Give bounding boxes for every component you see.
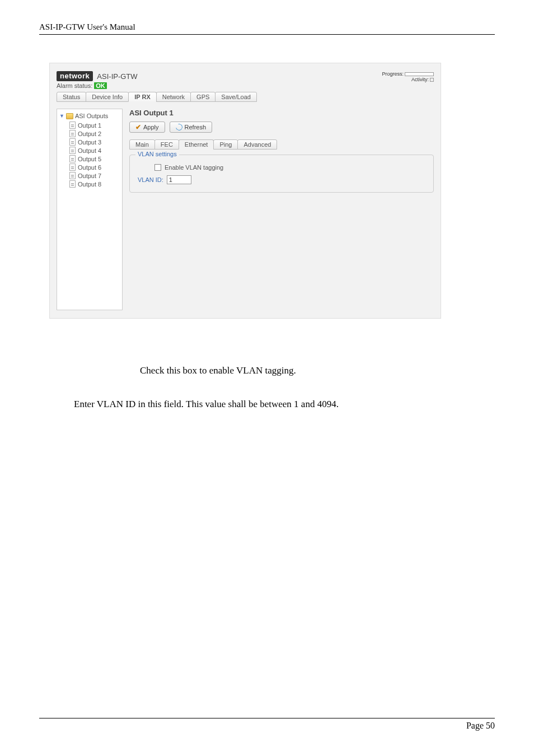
sidebar-item-label: Output 2 [78, 130, 101, 137]
page-icon [69, 180, 76, 188]
sidebar-item-output-6[interactable]: Output 6 [69, 163, 120, 171]
fieldset-legend: VLAN settings [135, 151, 179, 157]
vlan-fieldset: VLAN settings Enable VLAN tagging VLAN I… [129, 155, 434, 193]
doc-header: ASI-IP-GTW User's Manual [39, 22, 495, 35]
tab-gps[interactable]: GPS [190, 92, 216, 102]
subtab-ping[interactable]: Ping [213, 139, 238, 150]
sidebar-item-label: Output 6 [78, 164, 101, 171]
subtab-fec[interactable]: FEC [154, 139, 179, 150]
sidebar-item-output-8[interactable]: Output 8 [69, 180, 120, 188]
tree-root-label: ASI Outputs [75, 113, 108, 119]
refresh-button[interactable]: Refresh [170, 122, 213, 133]
progress-label: Progress: [382, 71, 404, 77]
main-tabstrip: Status Device Info IP RX Network GPS Sav… [57, 92, 434, 102]
sidebar-item-output-5[interactable]: Output 5 [69, 155, 120, 163]
page-icon [69, 122, 76, 129]
disclosure-icon: ▼ [59, 113, 64, 119]
vlan-id-label: VLAN ID: [138, 176, 163, 183]
sidebar: ▼ ASI Outputs Output 1 Output 2 Output 3… [57, 109, 123, 310]
activity-indicator [430, 78, 434, 82]
footer-page: 50 [486, 721, 495, 730]
enable-vlan-label: Enable VLAN tagging [165, 164, 223, 171]
activity-label: Activity: [411, 77, 429, 82]
tab-network[interactable]: Network [156, 92, 191, 102]
tree-root-asi-outputs[interactable]: ▼ ASI Outputs [59, 113, 120, 119]
page-icon [69, 172, 76, 179]
sidebar-item-label: Output 3 [78, 139, 101, 146]
sidebar-item-label: Output 5 [78, 156, 101, 162]
subtab-strip: Main FEC Ethernet Ping Advanced [129, 139, 434, 150]
apply-label: Apply [143, 124, 159, 130]
refresh-label: Refresh [185, 124, 207, 130]
page-icon [69, 147, 76, 154]
sidebar-item-label: Output 8 [78, 181, 101, 188]
doc-para-1: Check this box to enable VLAN tagging. [39, 363, 495, 378]
sidebar-item-label: Output 4 [78, 147, 101, 154]
page-icon [69, 130, 76, 137]
sidebar-item-label: Output 1 [78, 122, 101, 129]
alarm-label: Alarm status: [57, 82, 92, 89]
sidebar-item-output-4[interactable]: Output 4 [69, 146, 120, 155]
main-pane: ASI Output 1 ✔ Apply Refresh Main FEC Et… [129, 109, 434, 310]
tab-device-info[interactable]: Device Info [86, 92, 129, 102]
page-icon [69, 164, 76, 171]
logo: network [57, 71, 93, 81]
sidebar-item-output-7[interactable]: Output 7 [69, 171, 120, 180]
refresh-icon [174, 123, 183, 132]
vlan-id-input[interactable] [167, 175, 191, 184]
sidebar-item-output-3[interactable]: Output 3 [69, 138, 120, 146]
sidebar-item-output-1[interactable]: Output 1 [69, 121, 120, 129]
device-name: ASI-IP-GTW [97, 72, 137, 81]
folder-icon [66, 113, 73, 119]
subtab-advanced[interactable]: Advanced [237, 139, 277, 150]
sidebar-item-label: Output 7 [78, 172, 101, 179]
tab-ip-rx[interactable]: IP RX [128, 92, 157, 102]
page-footer: Page 50 [39, 718, 495, 731]
alarm-status: Alarm status: OK [57, 82, 138, 89]
check-icon: ✔ [135, 123, 141, 131]
page-icon [69, 155, 76, 162]
enable-vlan-checkbox[interactable] [154, 164, 161, 171]
screenshot-panel: network ASI-IP-GTW Alarm status: OK Prog… [49, 63, 441, 319]
progress-area: Progress: Activity: [382, 71, 434, 82]
subtab-main[interactable]: Main [129, 139, 155, 150]
doc-para-2: Enter VLAN ID in this field. This value … [39, 397, 495, 412]
subtab-ethernet[interactable]: Ethernet [179, 139, 214, 150]
page-icon [69, 138, 76, 146]
footer-label: Page [466, 721, 484, 730]
sidebar-item-output-2[interactable]: Output 2 [69, 129, 120, 138]
pane-title: ASI Output 1 [129, 109, 434, 117]
tab-status[interactable]: Status [57, 92, 86, 102]
alarm-value: OK [94, 82, 107, 89]
progress-bar [405, 72, 434, 76]
tab-save-load[interactable]: Save/Load [215, 92, 257, 102]
apply-button[interactable]: ✔ Apply [129, 122, 165, 133]
